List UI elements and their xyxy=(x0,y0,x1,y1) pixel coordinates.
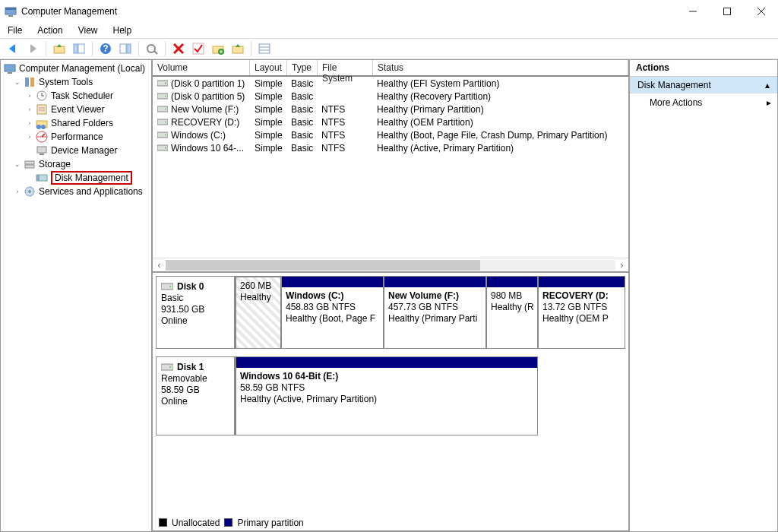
scroll-left-icon[interactable]: ‹ xyxy=(153,258,166,271)
volume-list-header: Volume Layout Type File System Status xyxy=(153,60,628,77)
legend-primary-swatch xyxy=(224,518,232,527)
col-filesystem[interactable]: File System xyxy=(318,60,373,75)
tree-event-viewer[interactable]: ›Event Viewer xyxy=(2,103,151,116)
up-folder-icon[interactable] xyxy=(51,40,68,57)
forward-button[interactable] xyxy=(24,40,41,57)
volume-type: Basic xyxy=(286,104,317,115)
volume-row[interactable]: Windows 10 64-...SimpleBasicNTFSHealthy … xyxy=(153,141,628,154)
svg-marker-27 xyxy=(236,44,240,47)
tree-disk-management[interactable]: Disk Management xyxy=(2,171,151,185)
volume-fs: NTFS xyxy=(317,117,372,128)
disk-management-icon xyxy=(36,172,48,184)
disk1-part-windows10-e[interactable]: Windows 10 64-Bit (E:)58.59 GB NTFSHealt… xyxy=(236,356,538,435)
volume-layout: Simple xyxy=(250,91,286,102)
actions-header: Actions xyxy=(630,60,777,77)
disk0-part-efi[interactable]: 260 MBHealthy xyxy=(236,276,281,349)
list-view-icon[interactable] xyxy=(256,40,273,57)
volume-row[interactable]: (Disk 0 partition 5)SimpleBasicHealthy (… xyxy=(153,90,628,103)
svg-point-66 xyxy=(165,147,166,148)
refresh-icon[interactable] xyxy=(144,40,160,57)
folder-up-icon[interactable] xyxy=(229,40,246,57)
svg-marker-10 xyxy=(57,44,62,47)
actions-pane-icon[interactable] xyxy=(117,40,134,57)
help-icon[interactable]: ? xyxy=(97,40,114,57)
menu-file[interactable]: File xyxy=(8,25,22,36)
close-button[interactable] xyxy=(744,0,778,23)
disk0-part-recovery-d[interactable]: RECOVERY (D:13.72 GB NTFSHealthy (OEM P xyxy=(538,276,625,349)
maximize-button[interactable] xyxy=(710,0,744,23)
svg-rect-48 xyxy=(40,154,44,155)
menu-action[interactable]: Action xyxy=(37,25,62,36)
tree-services-apps[interactable]: ›Services and Applications xyxy=(2,185,151,198)
svg-point-58 xyxy=(165,95,166,97)
scroll-right-icon[interactable]: › xyxy=(615,258,628,271)
tree-root[interactable]: Computer Management (Local) xyxy=(2,62,151,75)
volume-row[interactable]: New Volume (F:)SimpleBasicNTFSHealthy (P… xyxy=(153,103,628,116)
col-layout[interactable]: Layout xyxy=(250,60,287,75)
svg-rect-4 xyxy=(723,8,730,15)
volume-layout: Simple xyxy=(250,143,286,154)
volume-status: Healthy (Recovery Partition) xyxy=(372,91,628,102)
disk-graphical-view[interactable]: Disk 0 Basic 931.50 GB Online 260 MBHeal… xyxy=(152,273,629,515)
tree-storage[interactable]: ⌄Storage xyxy=(2,157,151,171)
actions-pane: Actions Disk Management ▴ More Actions ▸ xyxy=(629,59,778,532)
computer-management-icon xyxy=(4,62,16,74)
tree-system-tools[interactable]: ⌄ System Tools xyxy=(2,75,151,89)
svg-rect-52 xyxy=(36,175,40,181)
svg-point-43 xyxy=(41,125,46,129)
expand-icon[interactable]: › xyxy=(13,187,22,196)
menu-view[interactable]: View xyxy=(78,25,98,36)
collapse-icon[interactable]: ⌄ xyxy=(13,78,22,87)
volume-icon xyxy=(157,93,168,100)
menubar: File Action View Help xyxy=(0,23,778,38)
tree-performance[interactable]: ›Performance xyxy=(2,130,151,144)
volume-status: Healthy (Primary Partition) xyxy=(372,104,628,115)
show-hide-tree-icon[interactable] xyxy=(71,40,87,57)
svg-line-18 xyxy=(154,51,157,54)
disk0-part-recoverypart[interactable]: 980 MBHealthy (R xyxy=(486,276,538,349)
tree-shared-folders[interactable]: ›Shared Folders xyxy=(2,116,151,130)
legend-unallocated-swatch xyxy=(159,518,167,527)
svg-rect-2 xyxy=(8,15,13,17)
menu-help[interactable]: Help xyxy=(113,25,132,36)
properties-check-icon[interactable] xyxy=(190,40,207,57)
storage-icon xyxy=(24,158,36,170)
volume-fs: NTFS xyxy=(317,143,372,154)
svg-rect-31 xyxy=(5,65,15,71)
disk0-part-windows-c[interactable]: Windows (C:)458.83 GB NTFSHealthy (Boot,… xyxy=(281,276,384,349)
volume-row[interactable]: RECOVERY (D:)SimpleBasicNTFSHealthy (OEM… xyxy=(153,116,628,128)
actions-selected-item[interactable]: Disk Management ▴ xyxy=(630,77,777,93)
svg-rect-67 xyxy=(161,283,173,290)
back-button[interactable] xyxy=(5,40,21,57)
actions-more-actions[interactable]: More Actions ▸ xyxy=(630,93,777,112)
svg-rect-12 xyxy=(78,44,84,53)
tree-task-scheduler[interactable]: ›Task Scheduler xyxy=(2,89,151,103)
performance-icon xyxy=(36,131,48,143)
expand-icon[interactable]: › xyxy=(25,132,34,141)
volume-list[interactable]: Volume Layout Type File System Status (D… xyxy=(152,60,629,273)
volume-type: Basic xyxy=(286,91,317,102)
volume-icon xyxy=(157,106,168,113)
volume-row[interactable]: (Disk 0 partition 1)SimpleBasicHealthy (… xyxy=(153,77,628,90)
disk0-part-newvolume-f[interactable]: New Volume (F:)457.73 GB NTFSHealthy (Pr… xyxy=(384,276,486,349)
col-status[interactable]: Status xyxy=(373,60,628,75)
expand-icon[interactable]: › xyxy=(25,105,34,114)
expand-icon[interactable]: › xyxy=(25,119,34,128)
minimize-button[interactable] xyxy=(675,0,710,23)
tree-device-manager[interactable]: Device Manager xyxy=(2,144,151,157)
col-type[interactable]: Type xyxy=(287,60,318,75)
tree-pane[interactable]: Computer Management (Local) ⌄ System Too… xyxy=(0,59,152,532)
horizontal-scrollbar[interactable]: ‹ › xyxy=(153,258,628,271)
col-volume[interactable]: Volume xyxy=(153,60,250,75)
volume-row[interactable]: Windows (C:)SimpleBasicNTFSHealthy (Boot… xyxy=(153,128,628,141)
disk-row-0: Disk 0 Basic 931.50 GB Online 260 MBHeal… xyxy=(156,276,625,349)
delete-icon[interactable] xyxy=(170,40,187,57)
device-manager-icon xyxy=(36,144,48,157)
collapse-icon[interactable]: ⌄ xyxy=(13,160,22,169)
expand-icon[interactable]: › xyxy=(25,91,34,100)
folder-add-icon[interactable] xyxy=(210,40,226,57)
disk0-info[interactable]: Disk 0 Basic 931.50 GB Online xyxy=(156,276,236,349)
disk1-info[interactable]: Disk 1 Removable 58.59 GB Online xyxy=(156,356,236,435)
svg-rect-28 xyxy=(259,44,270,53)
svg-rect-38 xyxy=(37,105,46,114)
